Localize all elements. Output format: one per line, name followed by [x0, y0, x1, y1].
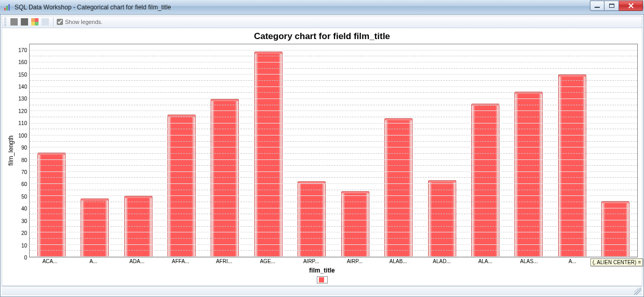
bar-6[interactable] [290, 44, 333, 257]
bar-8[interactable] [377, 44, 420, 257]
legend[interactable] [317, 276, 328, 283]
bar-4[interactable] [203, 44, 247, 257]
toolbar-grip[interactable] [4, 18, 6, 26]
x-tick-label: AFFA... [172, 258, 189, 264]
x-tick-label: ALAD... [433, 258, 450, 264]
resize-grip[interactable] [634, 288, 641, 295]
legend-swatch [319, 277, 324, 282]
close-icon [628, 3, 634, 8]
bar-1[interactable] [73, 44, 116, 257]
bar-7[interactable] [333, 44, 377, 257]
x-tick-label: ADA... [130, 258, 145, 264]
x-tick-label: A... [89, 258, 97, 264]
chart-tooltip: (, ALIEN CENTER) = [590, 258, 643, 266]
close-button[interactable] [619, 1, 643, 11]
toolbar-separator [53, 17, 54, 27]
window-body: Show legends. Category chart for field f… [0, 15, 644, 297]
status-bar [2, 286, 642, 295]
x-tick-label: AFRI... [216, 258, 232, 264]
plot-area[interactable] [29, 44, 638, 257]
bar-11[interactable] [507, 44, 550, 257]
app-icon [3, 3, 11, 11]
chart-style-3-button[interactable] [41, 17, 50, 27]
show-legends-label: Show legends. [65, 19, 102, 25]
y-axis-label: film_length [6, 44, 15, 257]
chart-style-color-button[interactable] [30, 17, 40, 27]
x-tick-label: AIRP... [303, 258, 319, 264]
bar-13[interactable] [594, 44, 637, 257]
minimize-button[interactable] [590, 1, 604, 11]
maximize-button[interactable] [604, 1, 619, 11]
x-axis-ticks: ACA...A...ADA...AFFA...AFRI...AGE...AIRP… [28, 257, 638, 266]
svg-rect-1 [6, 6, 8, 10]
window-title: SQL Data Workshop - Categorical chart fo… [15, 4, 171, 11]
bar-5[interactable] [247, 44, 290, 257]
x-axis-label: film_title [6, 267, 638, 274]
x-tick-label: AIRP... [347, 258, 363, 264]
svg-rect-2 [8, 4, 10, 10]
x-tick-label: A... [569, 258, 576, 264]
x-tick-label: ALAB... [390, 258, 407, 264]
show-legends-checkbox[interactable]: Show legends. [57, 19, 102, 25]
toolbar: Show legends. [2, 16, 642, 28]
window-titlebar[interactable]: SQL Data Workshop - Categorical chart fo… [0, 0, 644, 15]
x-tick-label: AGE... [260, 258, 275, 264]
chart-style-1-button[interactable] [9, 17, 19, 27]
bar-3[interactable] [160, 44, 203, 257]
x-tick-label: ACA... [42, 258, 57, 264]
bar-10[interactable] [463, 44, 507, 257]
bar-2[interactable] [117, 44, 160, 257]
bar-12[interactable] [550, 44, 594, 257]
bar-0[interactable] [30, 44, 73, 257]
chart-title: Category chart for field film_title [6, 31, 638, 42]
x-tick-label: ALAS... [520, 258, 538, 264]
svg-rect-0 [4, 8, 6, 10]
chart-panel: Category chart for field film_title film… [2, 28, 642, 286]
chart-style-2-button[interactable] [20, 17, 29, 27]
bar-9[interactable] [420, 44, 463, 257]
x-tick-label: ALA... [478, 258, 492, 264]
y-axis-ticks: 0102030405060708090100110120130140150160… [15, 44, 29, 257]
